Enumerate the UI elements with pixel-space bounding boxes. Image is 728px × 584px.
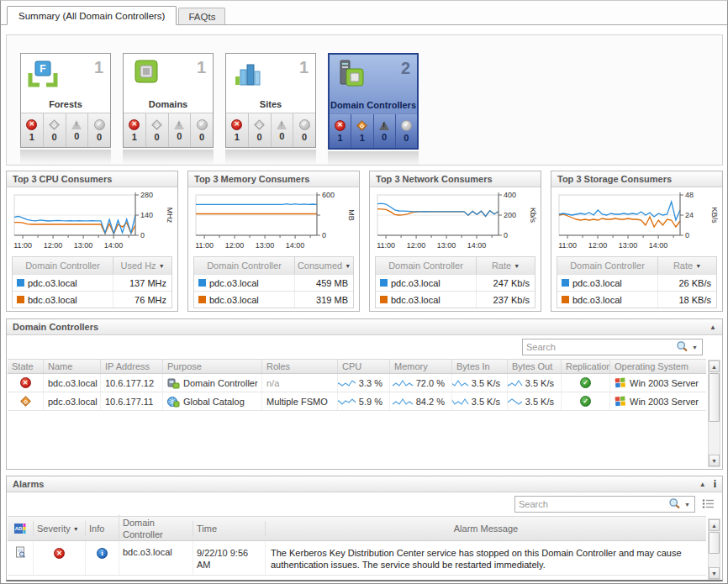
fatal-count: 1 [235,132,240,142]
severity-warning[interactable]: 0 [373,114,395,148]
column-ip-address[interactable]: IP Address [100,360,162,373]
search-icon[interactable] [676,340,688,354]
alarms-table-header: AD Severity ▼ Info Domain Controller Tim… [8,516,706,541]
dc-scrollbar[interactable]: ▲ ▼ [708,360,720,467]
warning-count: 0 [279,131,284,141]
dc-table-row[interactable]: bdc.o3.local 10.6.177.12 Domain Controll… [8,374,706,392]
column-used-hz[interactable]: Used Hz▼ [113,257,171,274]
search-input[interactable] [523,342,676,352]
severity-critical[interactable]: 0 [248,113,271,147]
scroll-thumb[interactable] [709,532,720,554]
tile-forests[interactable]: F 1 Forests 1 0 0 0 [20,53,111,148]
alarms-scrollbar[interactable]: ▲ ▼ [708,518,720,580]
normal-count: 0 [302,132,307,142]
column-name[interactable]: Name [43,360,100,373]
severity-normal[interactable]: 0 [293,113,315,147]
table-row[interactable]: bdc.o3.local 237 Kb/s [376,291,535,308]
tile-label: Sites [226,99,315,113]
search-options-arrow-icon[interactable]: ▼ [681,502,692,508]
critical-icon [254,119,265,130]
legend-chip-orange [380,296,388,303]
severity-critical[interactable]: 0 [145,113,168,147]
collapse-icon[interactable]: ▲ [710,324,716,331]
column-bytes-in[interactable]: Bytes In [451,360,507,373]
column-purpose[interactable]: Purpose [162,360,261,373]
svg-text:14:00: 14:00 [286,241,305,250]
tile-sites[interactable]: 1 Sites 1 0 0 0 [225,53,316,148]
cpu-consumer-table: Domain Controller Used Hz▼ pdc.o3.local … [12,256,172,308]
alarms-panel: Alarms ▲ i ▼ AD Severity ▼ Info Domain C… [6,476,723,581]
alarms-search-box: ▼ [514,496,695,513]
panel-title: Top 3 Network Consumers [376,174,493,184]
column-replication[interactable]: Replication [561,360,609,373]
severity-critical[interactable]: 0 [43,113,66,147]
column-ad-icon[interactable]: AD [8,520,33,537]
tile-label: Forests [21,99,110,113]
search-options-arrow-icon[interactable]: ▼ [688,345,699,350]
column-domain-controller[interactable]: Domain Controller [119,514,193,544]
column-bytes-out[interactable]: Bytes Out [507,360,561,373]
collapse-icon[interactable]: ▲ [699,481,706,488]
column-severity[interactable]: Severity ▼ [33,521,85,536]
consumers-row: Top 3 CPU Consumers 014028011:0012:0013:… [6,171,723,312]
column-time[interactable]: Time [193,521,265,536]
scroll-down-icon[interactable]: ▼ [709,455,720,466]
dc-name: bdc.o3.local [391,295,476,305]
critical-count: 0 [52,132,57,142]
memory-cell: 84.2 % [389,392,451,410]
alarm-info-icon[interactable] [97,548,108,559]
ip-address-cell: 10.6.177.12 [100,374,162,392]
column-rate[interactable]: Rate▼ [657,257,716,274]
tile-domains[interactable]: 1 Domains 1 0 0 0 [123,53,214,148]
table-row[interactable]: bdc.o3.local 319 MB [194,291,353,308]
table-row[interactable]: pdc.o3.local 137 MHz [13,274,171,291]
severity-warning[interactable]: 0 [168,113,191,147]
tab-faqts[interactable]: FAQts [178,8,225,24]
column-memory[interactable]: Memory [389,360,451,373]
table-row[interactable]: pdc.o3.local 459 MB [194,274,353,291]
severity-fatal[interactable]: 1 [124,113,145,147]
search-icon[interactable] [668,497,681,511]
severity-fatal[interactable]: 1 [21,113,43,147]
column-cpu[interactable]: CPU [337,360,389,373]
legend-chip-blue [380,279,388,287]
column-operating-system[interactable]: Operating System [609,360,706,373]
column-alarm-message[interactable]: Alarm Message [265,521,706,536]
dc-table-row[interactable]: pdc.o3.local 10.6.177.11 Global Catalog … [8,392,706,411]
severity-critical[interactable]: 1 [351,114,372,148]
tile-domain-controllers[interactable]: 2 Domain Controllers 1 1 0 0 [328,53,419,150]
scroll-up-icon[interactable]: ▲ [709,519,720,531]
tile-count: 2 [401,59,412,78]
search-input[interactable] [515,499,668,509]
scroll-up-icon[interactable]: ▲ [709,360,720,372]
severity-normal[interactable]: 0 [395,114,417,148]
table-row[interactable]: pdc.o3.local 26 KB/s [557,274,716,291]
fatal-count: 1 [29,132,34,142]
severity-normal[interactable]: 0 [87,113,110,147]
tile-count: 1 [94,58,105,77]
alarm-row[interactable]: bdc.o3.local 9/22/10 9:56 AM The Kerbero… [8,541,706,576]
svg-text:11:00: 11:00 [195,241,214,250]
tab-summary[interactable]: Summary (All Domain Controllers) [7,6,177,25]
table-row[interactable]: pdc.o3.local 247 Kb/s [376,274,535,291]
scroll-thumb[interactable] [709,373,720,422]
severity-warning[interactable]: 0 [66,113,88,147]
table-row[interactable]: bdc.o3.local 76 MHz [13,291,171,308]
table-row[interactable]: bdc.o3.local 18 KB/s [557,291,716,308]
customize-columns-icon[interactable] [702,498,715,511]
column-roles[interactable]: Roles [261,360,337,373]
severity-normal[interactable]: 0 [190,113,213,147]
info-icon[interactable]: i [714,478,716,491]
column-state[interactable]: State [8,360,43,373]
bytes-in-cell: 3.5 K/s [451,392,507,410]
column-rate[interactable]: Rate▼ [476,257,535,274]
severity-warning[interactable]: 0 [271,113,293,147]
metric-value: 459 MB [294,275,353,291]
domain-controller-icon [335,59,368,92]
scroll-down-icon[interactable]: ▼ [709,567,720,579]
severity-fatal[interactable]: 1 [226,113,248,147]
column-consumed[interactable]: Consumed▼ [294,257,353,274]
column-info[interactable]: Info [85,521,119,536]
severity-fatal[interactable]: 1 [330,114,351,148]
alarm-details-icon[interactable] [15,546,26,560]
